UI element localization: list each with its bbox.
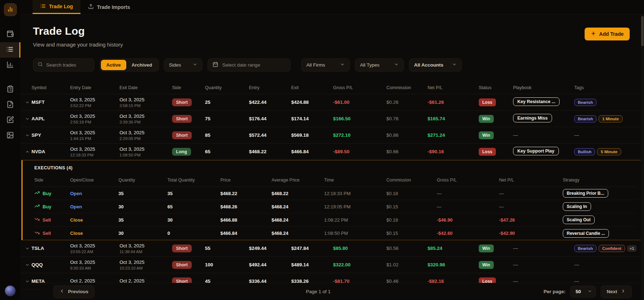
next-button[interactable]: Next bbox=[601, 285, 632, 298]
open-close: Close bbox=[70, 231, 118, 236]
chevron-down-icon[interactable] bbox=[25, 100, 30, 105]
calendar-icon bbox=[213, 62, 218, 68]
quantity: 100 bbox=[205, 262, 249, 267]
execution-row: Sell Close 30 0 $466.84 $468.24 1:08:50 … bbox=[34, 227, 637, 240]
sidebar-item-analytics[interactable] bbox=[0, 58, 20, 73]
entry-price: $249.44 bbox=[249, 246, 291, 251]
symbol: QQQ bbox=[31, 262, 70, 267]
commission: $0.66 bbox=[386, 149, 428, 154]
page-title: Trade Log bbox=[33, 25, 123, 37]
table-row[interactable]: SPY Oct 3, 20251:44:15 PM Oct 3, 20252:2… bbox=[20, 127, 644, 144]
entry-price: $572.44 bbox=[249, 132, 291, 138]
entry-date: Oct 3, 20253:52:22 PM bbox=[70, 97, 119, 108]
edit-icon bbox=[6, 116, 14, 125]
main-area: Trade Log Trade Imports Trade Log View a… bbox=[20, 0, 644, 300]
playbook-empty: — bbox=[513, 246, 574, 251]
tags-empty: — bbox=[574, 132, 637, 138]
table-row[interactable]: QQQ Oct 3, 20259:30:33 AM Oct 3, 202510:… bbox=[20, 257, 644, 273]
quantity: 75 bbox=[205, 116, 249, 121]
firms-dropdown[interactable]: All Firms bbox=[301, 58, 350, 72]
page-content: Trade Log View and manage your trading h… bbox=[20, 14, 644, 300]
app-root: Trade Log Trade Imports Trade Log View a… bbox=[0, 0, 644, 300]
upload-icon bbox=[88, 4, 94, 10]
sidebar-item-wallet[interactable] bbox=[0, 27, 20, 42]
execution-row: Buy Open 35 35 $468.22 $468.22 12:18:33 … bbox=[34, 187, 637, 200]
entry-date: Oct 3, 202510:55:22 AM bbox=[70, 243, 119, 254]
strategy-pill: Scaling In bbox=[563, 202, 591, 211]
types-dropdown[interactable]: All Types bbox=[355, 58, 404, 72]
chevron-down-icon bbox=[452, 62, 457, 68]
tag: Bearish bbox=[574, 99, 596, 106]
strategy-pill: Breaking Prior B... bbox=[563, 189, 608, 198]
tab-trade-imports[interactable]: Trade Imports bbox=[80, 0, 138, 14]
tag: Confident bbox=[599, 245, 625, 252]
status-badge: Win bbox=[479, 245, 494, 252]
entry-price: $492.44 bbox=[249, 262, 291, 267]
top-tabbar: Trade Log Trade Imports bbox=[20, 0, 644, 14]
exit-price: $466.84 bbox=[291, 149, 333, 154]
active-toggle[interactable]: Active bbox=[101, 60, 126, 70]
sides-dropdown[interactable]: Sides bbox=[164, 58, 203, 72]
exit-date: Oct 3, 20251:08:50 PM bbox=[119, 146, 172, 157]
side-badge: Short bbox=[172, 115, 192, 123]
tags: Bullish5 Minute bbox=[574, 148, 637, 155]
image-icon bbox=[6, 131, 14, 140]
app-logo[interactable] bbox=[4, 3, 17, 16]
table-row[interactable]: TSLA Oct 3, 202510:55:22 AM Oct 3, 20251… bbox=[20, 240, 644, 257]
symbol: AAPL bbox=[31, 116, 70, 121]
quantity: 85 bbox=[205, 132, 249, 138]
net-pl: $85.24 bbox=[428, 246, 479, 251]
chevron-down-icon bbox=[394, 62, 399, 68]
gross-pl: $166.50 bbox=[333, 116, 386, 121]
table-row-expanded[interactable]: NVDA Oct 3, 202512:18:33 PM Oct 3, 20251… bbox=[20, 144, 644, 160]
plus-icon bbox=[591, 31, 596, 37]
chevron-up-icon[interactable] bbox=[25, 149, 30, 154]
search-trades-box[interactable] bbox=[33, 58, 94, 72]
file-check-icon bbox=[6, 101, 14, 110]
add-trade-button[interactable]: Add Trade bbox=[585, 28, 630, 40]
sidebar-item-journal[interactable] bbox=[0, 82, 20, 97]
sidebar-item-notes[interactable] bbox=[0, 113, 20, 128]
tab-trade-log[interactable]: Trade Log bbox=[33, 0, 80, 14]
executions-panel: EXECUTIONS (4) Side Open/Close Quantity … bbox=[21, 160, 644, 240]
per-page-label: Per page: bbox=[543, 289, 566, 294]
commission: $0.56 bbox=[386, 246, 428, 251]
symbol: SPY bbox=[31, 132, 70, 138]
chevron-down-icon[interactable] bbox=[25, 116, 30, 121]
playbook-pill: Key Resistance ... bbox=[513, 97, 560, 106]
quantity: 65 bbox=[205, 149, 249, 154]
table-row[interactable]: AAPL Oct 3, 20252:55:18 PM Oct 3, 20253:… bbox=[20, 111, 644, 127]
table-row[interactable]: MSFT Oct 3, 20253:52:22 PM Oct 3, 20253:… bbox=[20, 94, 644, 111]
open-close: Open bbox=[70, 204, 118, 209]
status-badge: Win bbox=[479, 261, 494, 269]
pagination-bar: Previous Page 1 of 1 Per page: 50 Next bbox=[41, 283, 644, 300]
archived-toggle[interactable]: Archived bbox=[126, 60, 158, 70]
sidebar-item-gallery[interactable] bbox=[0, 128, 20, 144]
tags-empty: — bbox=[574, 262, 637, 267]
tags: BearishConfident+1 bbox=[574, 245, 637, 252]
sidebar-item-reports[interactable] bbox=[0, 97, 20, 113]
per-page-select[interactable]: 50 bbox=[570, 286, 596, 297]
date-range-picker[interactable]: Select date range bbox=[208, 58, 291, 72]
exit-price: $569.18 bbox=[291, 132, 333, 138]
previous-button[interactable]: Previous bbox=[53, 285, 94, 298]
bar-chart-icon bbox=[6, 61, 14, 70]
accounts-dropdown[interactable]: All Accounts bbox=[409, 58, 462, 72]
exit-price: $424.88 bbox=[291, 100, 333, 105]
scrollbar-thumb[interactable] bbox=[641, 16, 644, 46]
chevron-down-icon[interactable] bbox=[25, 246, 30, 251]
status-badge: Win bbox=[479, 131, 494, 139]
exit-price: $247.84 bbox=[291, 246, 333, 251]
tag: 5 Minute bbox=[597, 148, 621, 155]
search-input[interactable] bbox=[46, 62, 90, 68]
vertical-scrollbar[interactable] bbox=[641, 14, 644, 300]
commission: $0.76 bbox=[386, 116, 428, 121]
chevron-down-icon[interactable] bbox=[25, 262, 30, 267]
chevron-down-icon[interactable] bbox=[25, 279, 30, 284]
user-avatar[interactable] bbox=[5, 285, 16, 296]
status-toggle-group: Active Archived bbox=[99, 58, 159, 72]
sidebar-item-trade-log[interactable] bbox=[0, 42, 20, 58]
entry-price: $468.22 bbox=[249, 149, 291, 154]
chevron-down-icon[interactable] bbox=[25, 133, 30, 137]
playbook-pill: Key Support Play bbox=[513, 147, 559, 155]
